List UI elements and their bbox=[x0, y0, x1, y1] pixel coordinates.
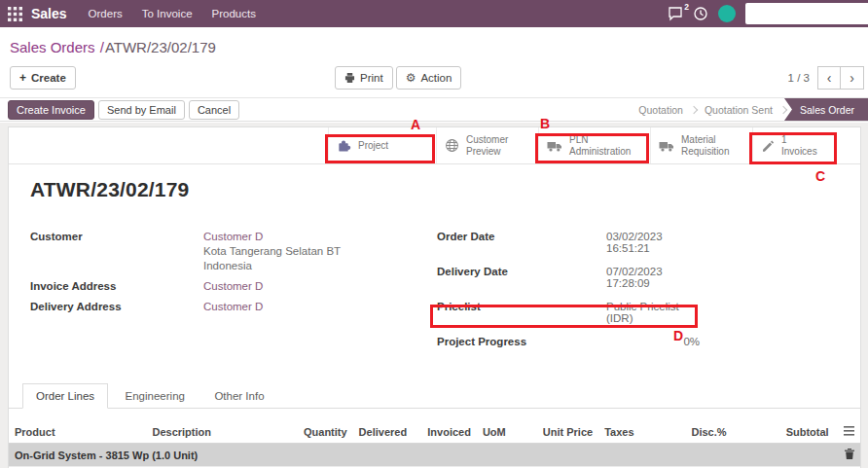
pricelist-label: Pricelist bbox=[437, 301, 606, 324]
order-date-value: 03/02/2023 16:51:21 bbox=[606, 231, 700, 254]
app-name[interactable]: Sales bbox=[31, 6, 67, 21]
project-progress-value: 0% bbox=[606, 336, 700, 347]
menu-orders[interactable]: Orders bbox=[89, 8, 123, 19]
pager-next-button[interactable]: › bbox=[841, 66, 864, 90]
order-lines-table: Product Description Quantity Delivered I… bbox=[9, 421, 860, 468]
order-date-field: Order Date 03/02/2023 16:51:21 bbox=[437, 231, 700, 254]
col-description[interactable]: Description bbox=[146, 421, 294, 444]
activities-icon[interactable] bbox=[693, 6, 708, 21]
field-grid: Customer Customer D Kota Tangerang Selat… bbox=[9, 231, 860, 359]
menu-to-invoice[interactable]: To Invoice bbox=[142, 8, 193, 19]
delivery-date-label: Delivery Date bbox=[437, 266, 606, 289]
puzzle-icon bbox=[337, 138, 351, 153]
customer-address-line1: Kota Tangerang Selatan BT bbox=[203, 245, 341, 257]
print-button[interactable]: Print bbox=[335, 66, 393, 90]
messages-icon[interactable]: 2 bbox=[668, 6, 683, 21]
pln-administration-stat-button[interactable]: PLN Administration bbox=[538, 127, 650, 163]
pager-previous-button[interactable]: ‹ bbox=[817, 66, 841, 90]
app-menu: Orders To Invoice Products bbox=[89, 8, 256, 19]
optional-columns-button[interactable] bbox=[844, 426, 854, 436]
create-button[interactable]: + Create bbox=[10, 66, 76, 90]
menu-products[interactable]: Products bbox=[212, 8, 256, 19]
customer-preview-stat-button[interactable]: Customer Preview bbox=[436, 127, 538, 163]
state-quotation[interactable]: Quotation bbox=[629, 104, 693, 116]
create-button-label: Create bbox=[31, 72, 66, 84]
breadcrumb-sales-orders[interactable]: Sales Orders bbox=[10, 39, 95, 55]
stat-button-box: Project Customer Preview PLN Administrat… bbox=[9, 127, 860, 164]
col-uom[interactable]: UoM bbox=[477, 421, 516, 444]
customer-value-link[interactable]: Customer D bbox=[203, 231, 263, 242]
col-invoiced[interactable]: Invoiced bbox=[412, 421, 477, 444]
col-product[interactable]: Product bbox=[9, 421, 146, 444]
invoice-address-field: Invoice Address Customer D bbox=[30, 280, 437, 292]
tab-other-info[interactable]: Other Info bbox=[201, 384, 276, 408]
chevron-right-icon: › bbox=[850, 71, 854, 85]
cancel-button[interactable]: Cancel bbox=[189, 100, 239, 120]
action-button-label: Action bbox=[420, 72, 452, 84]
action-buttons: Print ⚙ Action bbox=[335, 66, 461, 90]
action-button[interactable]: ⚙ Action bbox=[396, 66, 462, 90]
table-header-row: Product Description Quantity Delivered I… bbox=[9, 421, 860, 444]
field-column-right: Order Date 03/02/2023 16:51:21 Delivery … bbox=[437, 231, 729, 359]
messages-badge: 2 bbox=[684, 2, 689, 12]
plus-icon: + bbox=[19, 71, 26, 85]
apps-menu-icon[interactable] bbox=[8, 7, 22, 21]
user-menu-panel bbox=[745, 3, 868, 24]
send-by-email-button[interactable]: Send by Email bbox=[98, 100, 185, 120]
invoice-address-label: Invoice Address bbox=[30, 280, 203, 292]
truck-icon bbox=[659, 139, 674, 153]
truck-icon bbox=[547, 139, 562, 153]
delivery-date-value: 07/02/2023 17:28:09 bbox=[606, 266, 700, 289]
delivery-address-value-link[interactable]: Customer D bbox=[203, 301, 263, 312]
delete-section-button[interactable] bbox=[845, 449, 854, 459]
col-subtotal[interactable]: Subtotal bbox=[733, 421, 835, 444]
tab-engineering[interactable]: Engineering bbox=[113, 384, 198, 408]
col-delivered[interactable]: Delivered bbox=[353, 421, 413, 444]
material-requisition-stat-button[interactable]: Material Requisition bbox=[650, 127, 752, 163]
user-avatar[interactable] bbox=[718, 5, 736, 22]
delivery-address-field: Delivery Address Customer D bbox=[30, 301, 437, 312]
systray: 2 bbox=[668, 3, 860, 24]
state-quotation-sent[interactable]: Quotation Sent bbox=[695, 104, 782, 116]
pricelist-field: Pricelist Public Pricelist (IDR) bbox=[437, 301, 700, 324]
pencil-icon bbox=[761, 139, 775, 153]
order-date-label: Order Date bbox=[437, 231, 606, 254]
control-panel: + Create Print ⚙ Action 1 / 3 ‹ › bbox=[0, 66, 868, 91]
col-unit-price[interactable]: Unit Price bbox=[516, 421, 598, 444]
notebook: Order Lines Engineering Other Info Produ… bbox=[9, 382, 860, 468]
form-sheet: Project Customer Preview PLN Administrat… bbox=[8, 126, 861, 468]
col-taxes[interactable]: Taxes bbox=[598, 421, 645, 444]
breadcrumb-separator: / bbox=[100, 39, 104, 55]
project-progress-field: Project Progress 0% bbox=[437, 336, 700, 347]
section-row[interactable]: On-Grid System - 3815 Wp (1.0 Unit) bbox=[9, 444, 860, 467]
trash-icon bbox=[845, 449, 854, 459]
section-title: On-Grid System - 3815 Wp (1.0 Unit) bbox=[9, 444, 835, 467]
pricelist-value: Public Pricelist (IDR) bbox=[606, 301, 700, 324]
invoice-address-value-link[interactable]: Customer D bbox=[203, 280, 263, 292]
state-sales-order-active[interactable]: Sales Order bbox=[784, 98, 868, 121]
printer-icon bbox=[344, 73, 355, 84]
invoices-stat-button[interactable]: 1 Invoices bbox=[752, 127, 840, 163]
globe-icon bbox=[445, 138, 459, 153]
breadcrumb: Sales Orders /ATWR/23/02/179 bbox=[10, 39, 216, 55]
create-invoice-button[interactable]: Create Invoice bbox=[8, 100, 94, 120]
col-quantity[interactable]: Quantity bbox=[294, 421, 353, 444]
invoices-count: 1 bbox=[781, 134, 787, 145]
statusbar: Create Invoice Send by Email Cancel Quot… bbox=[0, 97, 868, 122]
customer-field: Customer Customer D Kota Tangerang Selat… bbox=[30, 231, 437, 271]
pager-count: 1 / 3 bbox=[788, 72, 810, 84]
customer-address-line2: Indonesia bbox=[203, 260, 341, 271]
tab-order-lines[interactable]: Order Lines bbox=[22, 383, 108, 409]
top-navbar: Sales Orders To Invoice Products 2 bbox=[0, 0, 868, 27]
pln-administration-stat-label: PLN Administration bbox=[569, 134, 642, 158]
project-progress-label: Project Progress bbox=[437, 336, 606, 347]
col-discount[interactable]: Disc.% bbox=[646, 421, 733, 444]
record-title: ATWR/23/02/179 bbox=[30, 178, 860, 201]
material-requisition-stat-label: Material Requisition bbox=[681, 134, 744, 158]
project-stat-label: Project bbox=[358, 140, 388, 152]
customer-label: Customer bbox=[30, 231, 203, 271]
print-button-label: Print bbox=[360, 72, 383, 84]
delivery-date-field: Delivery Date 07/02/2023 17:28:09 bbox=[437, 266, 700, 289]
project-stat-button[interactable]: Project bbox=[328, 127, 436, 163]
invoices-stat-label: Invoices bbox=[781, 146, 817, 157]
